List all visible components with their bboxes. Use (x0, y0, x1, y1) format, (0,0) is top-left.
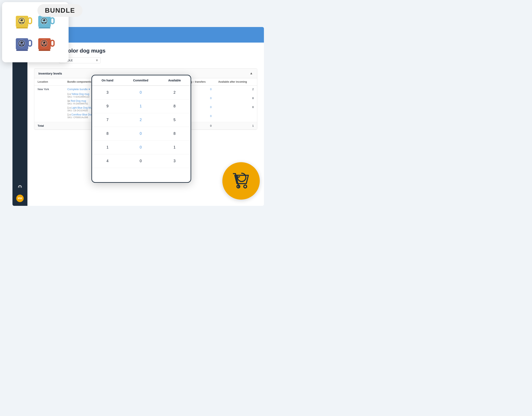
svg-rect-2 (16, 27, 28, 28)
tablet-committed: 0 (123, 154, 158, 168)
total-label: Total (34, 122, 64, 130)
total-avail-after: 1 (215, 122, 257, 130)
svg-point-8 (22, 22, 24, 23)
incoming-link-3[interactable]: 0 (210, 114, 212, 118)
svg-point-35 (45, 45, 46, 46)
tablet-row: 8 0 8 (92, 127, 191, 141)
tablet-committed: 2 (123, 113, 158, 127)
svg-point-25 (19, 45, 21, 46)
col-avail-after: Available after incoming (215, 78, 257, 85)
cart-circle (222, 162, 260, 199)
tablet-on-hand: 8 (92, 127, 123, 141)
tablet-committed-link[interactable]: 2 (140, 118, 142, 122)
location-cell: New York (34, 85, 64, 122)
tablet-committed-link[interactable]: 0 (140, 132, 142, 136)
svg-point-15 (43, 19, 44, 20)
sidebar-item-rocket[interactable] (15, 183, 25, 192)
tablet-committed: 0 (123, 141, 158, 154)
incoming-link-1[interactable]: 0 (210, 97, 212, 100)
svg-point-23 (20, 42, 23, 44)
svg-point-41 (244, 185, 247, 188)
svg-point-5 (20, 19, 23, 21)
tablet-on-hand: 1 (92, 141, 123, 154)
col-location: Location (34, 78, 64, 85)
lightblue-dog-mug-link[interactable]: Light Blue Dog Mug (71, 106, 93, 109)
tablet-col-onhand: On hand (92, 76, 123, 85)
svg-rect-28 (51, 40, 54, 46)
component-qty: 1 x (67, 93, 71, 95)
tablet-row: 3 0 2 (92, 85, 191, 99)
component-qty: 1 x (67, 106, 71, 109)
inventory-title: Inventory levels (39, 72, 62, 75)
complete-bundle-label: Complete bundle (67, 88, 88, 91)
tablet-on-hand: 7 (92, 113, 123, 127)
svg-point-6 (21, 19, 21, 20)
svg-rect-10 (51, 18, 54, 24)
tablet-on-hand: 4 (92, 154, 123, 168)
tablet-row: 9 1 8 (92, 99, 191, 113)
yellow-mug-icon (14, 10, 35, 31)
component-qty: 1 x (67, 113, 71, 116)
avail-after-cell: 288 (215, 85, 257, 122)
tablet-on-hand: 3 (92, 85, 123, 99)
svg-point-32 (43, 42, 45, 44)
tablet-available: 5 (159, 113, 191, 127)
svg-point-24 (21, 42, 21, 43)
svg-point-39 (19, 187, 20, 188)
tablet-committed: 0 (123, 127, 158, 141)
bundle-label: BUNDLE (37, 4, 83, 17)
svg-point-17 (45, 22, 46, 23)
tablet-committed-link[interactable]: 0 (140, 145, 142, 149)
collapse-icon[interactable]: ▲ (250, 71, 253, 75)
svg-point-33 (43, 42, 44, 43)
cart-refresh-icon (230, 170, 252, 192)
tablet-row: 4 0 3 (92, 154, 191, 168)
svg-rect-11 (39, 27, 50, 28)
component-qty: 1x (67, 99, 71, 102)
tablet-available: 1 (159, 141, 191, 154)
tablet-available: 8 (159, 99, 191, 113)
tablet-committed: 1 (123, 99, 158, 113)
incoming-link-0[interactable]: 0 (210, 88, 212, 91)
tablet-available: 3 (159, 154, 191, 168)
svg-point-14 (43, 19, 45, 21)
tablet-committed-link[interactable]: 1 (140, 104, 142, 108)
red-mug-icon (36, 33, 57, 54)
tablet-col-available: Available (159, 76, 191, 85)
rocket-icon (18, 185, 22, 189)
svg-point-26 (22, 45, 24, 46)
tablet-col-committed: Committed (123, 76, 158, 85)
tablet-committed: 0 (123, 85, 158, 99)
tablet-table: On hand Committed Available 3 0 2 9 1 8 … (92, 76, 191, 168)
svg-rect-20 (16, 50, 28, 51)
svg-rect-29 (39, 50, 50, 51)
user-avatar[interactable]: MW (16, 195, 24, 202)
svg-point-7 (19, 22, 21, 23)
yellow-dog-mug-link[interactable]: Yellow Dog mug (71, 93, 89, 95)
incoming-link-2[interactable]: 0 (210, 105, 212, 109)
red-dog-mug-link[interactable]: Red Dog mug (71, 99, 86, 102)
tablet-overlay: On hand Committed Available 3 0 2 9 1 8 … (91, 75, 191, 183)
tablet-available: 2 (159, 85, 191, 99)
svg-point-16 (42, 22, 43, 23)
svg-rect-1 (28, 18, 32, 24)
svg-point-34 (42, 45, 43, 46)
tablet-on-hand: 9 (92, 99, 123, 113)
tablet-committed-link[interactable]: 0 (140, 90, 142, 95)
tablet-available: 8 (159, 127, 191, 141)
tablet-row: 7 2 5 (92, 113, 191, 127)
tablet-row: 1 0 1 (92, 141, 191, 154)
dark-blue-mug-icon (14, 33, 35, 54)
svg-rect-19 (28, 40, 32, 46)
chevron-down-icon: ▾ (88, 88, 90, 91)
